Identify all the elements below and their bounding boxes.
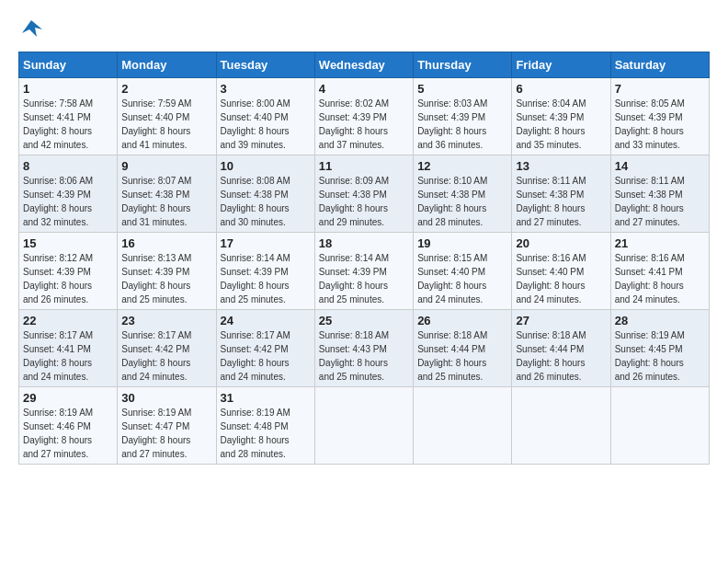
svg-marker-0	[22, 20, 42, 37]
day-info: Sunrise: 8:08 AM Sunset: 4:38 PM Dayligh…	[221, 174, 311, 229]
day-number: 30	[121, 391, 211, 405]
week-row-3: 15Sunrise: 8:12 AM Sunset: 4:39 PM Dayli…	[19, 233, 710, 310]
day-info: Sunrise: 8:17 AM Sunset: 4:42 PM Dayligh…	[121, 328, 211, 384]
header	[18, 17, 710, 42]
day-info: Sunrise: 8:12 AM Sunset: 4:39 PM Dayligh…	[23, 251, 113, 306]
day-cell: 19Sunrise: 8:15 AM Sunset: 4:40 PM Dayli…	[414, 233, 512, 310]
day-number: 10	[221, 159, 311, 173]
day-cell: 27Sunrise: 8:18 AM Sunset: 4:44 PM Dayli…	[512, 310, 610, 387]
header-cell-saturday: Saturday	[610, 52, 709, 78]
day-info: Sunrise: 8:17 AM Sunset: 4:42 PM Dayligh…	[221, 328, 311, 384]
day-cell: 6Sunrise: 8:04 AM Sunset: 4:39 PM Daylig…	[512, 78, 610, 155]
day-info: Sunrise: 8:00 AM Sunset: 4:40 PM Dayligh…	[221, 97, 311, 152]
day-info: Sunrise: 8:19 AM Sunset: 4:45 PM Dayligh…	[615, 328, 705, 384]
header-cell-tuesday: Tuesday	[216, 52, 314, 78]
header-cell-thursday: Thursday	[414, 52, 512, 78]
day-cell: 12Sunrise: 8:10 AM Sunset: 4:38 PM Dayli…	[414, 155, 512, 233]
day-info: Sunrise: 8:10 AM Sunset: 4:38 PM Dayligh…	[417, 174, 507, 229]
day-cell: 11Sunrise: 8:09 AM Sunset: 4:38 PM Dayli…	[314, 155, 413, 233]
day-cell: 14Sunrise: 8:11 AM Sunset: 4:38 PM Dayli…	[610, 155, 709, 233]
day-cell: 26Sunrise: 8:18 AM Sunset: 4:44 PM Dayli…	[414, 310, 512, 387]
day-cell: 28Sunrise: 8:19 AM Sunset: 4:45 PM Dayli…	[610, 310, 709, 387]
day-info: Sunrise: 8:13 AM Sunset: 4:39 PM Dayligh…	[121, 251, 211, 306]
day-number: 6	[516, 82, 606, 96]
day-info: Sunrise: 8:09 AM Sunset: 4:38 PM Dayligh…	[319, 174, 409, 229]
day-cell	[512, 387, 610, 465]
day-info: Sunrise: 8:04 AM Sunset: 4:39 PM Dayligh…	[516, 97, 606, 152]
day-number: 28	[615, 314, 705, 327]
day-cell: 18Sunrise: 8:14 AM Sunset: 4:39 PM Dayli…	[314, 233, 413, 310]
day-number: 22	[23, 314, 113, 327]
day-number: 16	[121, 236, 211, 250]
day-cell: 31Sunrise: 8:19 AM Sunset: 4:48 PM Dayli…	[216, 387, 314, 465]
day-info: Sunrise: 8:14 AM Sunset: 4:39 PM Dayligh…	[319, 251, 409, 306]
day-cell: 30Sunrise: 8:19 AM Sunset: 4:47 PM Dayli…	[118, 387, 216, 465]
day-info: Sunrise: 7:59 AM Sunset: 4:40 PM Dayligh…	[121, 97, 211, 152]
day-cell	[314, 387, 413, 465]
day-info: Sunrise: 8:11 AM Sunset: 4:38 PM Dayligh…	[516, 174, 606, 229]
day-number: 7	[615, 82, 705, 96]
day-info: Sunrise: 8:05 AM Sunset: 4:39 PM Dayligh…	[615, 97, 705, 152]
week-row-5: 29Sunrise: 8:19 AM Sunset: 4:46 PM Dayli…	[19, 387, 710, 465]
day-info: Sunrise: 8:18 AM Sunset: 4:43 PM Dayligh…	[319, 328, 409, 384]
day-number: 27	[516, 314, 606, 327]
day-cell: 2Sunrise: 7:59 AM Sunset: 4:40 PM Daylig…	[118, 78, 216, 155]
day-cell: 17Sunrise: 8:14 AM Sunset: 4:39 PM Dayli…	[216, 233, 314, 310]
day-cell: 21Sunrise: 8:16 AM Sunset: 4:41 PM Dayli…	[610, 233, 709, 310]
day-cell: 13Sunrise: 8:11 AM Sunset: 4:38 PM Dayli…	[512, 155, 610, 233]
day-info: Sunrise: 8:02 AM Sunset: 4:39 PM Dayligh…	[319, 97, 409, 152]
day-cell: 25Sunrise: 8:18 AM Sunset: 4:43 PM Dayli…	[314, 310, 413, 387]
day-number: 29	[23, 391, 113, 405]
day-info: Sunrise: 8:17 AM Sunset: 4:41 PM Dayligh…	[23, 328, 113, 384]
day-number: 24	[221, 314, 311, 327]
day-cell: 1Sunrise: 7:58 AM Sunset: 4:41 PM Daylig…	[19, 78, 118, 155]
day-number: 3	[221, 82, 311, 96]
week-row-2: 8Sunrise: 8:06 AM Sunset: 4:39 PM Daylig…	[19, 155, 710, 233]
day-cell: 15Sunrise: 8:12 AM Sunset: 4:39 PM Dayli…	[19, 233, 118, 310]
day-number: 19	[417, 236, 507, 250]
day-info: Sunrise: 7:58 AM Sunset: 4:41 PM Dayligh…	[23, 97, 113, 152]
day-number: 9	[121, 159, 211, 173]
day-info: Sunrise: 8:15 AM Sunset: 4:40 PM Dayligh…	[417, 251, 507, 306]
day-info: Sunrise: 8:18 AM Sunset: 4:44 PM Dayligh…	[516, 328, 606, 384]
header-cell-friday: Friday	[512, 52, 610, 78]
day-cell: 8Sunrise: 8:06 AM Sunset: 4:39 PM Daylig…	[19, 155, 118, 233]
day-number: 8	[23, 159, 113, 173]
day-info: Sunrise: 8:16 AM Sunset: 4:41 PM Dayligh…	[615, 251, 705, 306]
day-number: 13	[516, 159, 606, 173]
day-info: Sunrise: 8:11 AM Sunset: 4:38 PM Dayligh…	[615, 174, 705, 229]
day-number: 26	[417, 314, 507, 327]
day-number: 1	[23, 82, 113, 96]
day-cell: 3Sunrise: 8:00 AM Sunset: 4:40 PM Daylig…	[216, 78, 314, 155]
day-number: 20	[516, 236, 606, 250]
logo	[18, 17, 48, 42]
day-number: 4	[319, 82, 409, 96]
day-info: Sunrise: 8:06 AM Sunset: 4:39 PM Dayligh…	[23, 174, 113, 229]
day-cell: 5Sunrise: 8:03 AM Sunset: 4:39 PM Daylig…	[414, 78, 512, 155]
day-info: Sunrise: 8:19 AM Sunset: 4:47 PM Dayligh…	[121, 406, 211, 461]
day-info: Sunrise: 8:19 AM Sunset: 4:46 PM Dayligh…	[23, 406, 113, 461]
day-number: 2	[121, 82, 211, 96]
day-cell: 29Sunrise: 8:19 AM Sunset: 4:46 PM Dayli…	[19, 387, 118, 465]
day-cell: 22Sunrise: 8:17 AM Sunset: 4:41 PM Dayli…	[19, 310, 118, 387]
day-number: 17	[221, 236, 311, 250]
week-row-1: 1Sunrise: 7:58 AM Sunset: 4:41 PM Daylig…	[19, 78, 710, 155]
day-cell: 20Sunrise: 8:16 AM Sunset: 4:40 PM Dayli…	[512, 233, 610, 310]
header-row: SundayMondayTuesdayWednesdayThursdayFrid…	[19, 52, 710, 78]
day-info: Sunrise: 8:07 AM Sunset: 4:38 PM Dayligh…	[121, 174, 211, 229]
calendar-table: SundayMondayTuesdayWednesdayThursdayFrid…	[18, 52, 710, 465]
day-number: 18	[319, 236, 409, 250]
day-info: Sunrise: 8:14 AM Sunset: 4:39 PM Dayligh…	[221, 251, 311, 306]
day-number: 25	[319, 314, 409, 327]
day-cell	[414, 387, 512, 465]
day-info: Sunrise: 8:16 AM Sunset: 4:40 PM Dayligh…	[516, 251, 606, 306]
day-number: 31	[221, 391, 311, 405]
header-cell-wednesday: Wednesday	[314, 52, 413, 78]
logo-bird-icon	[18, 17, 44, 42]
day-cell: 16Sunrise: 8:13 AM Sunset: 4:39 PM Dayli…	[118, 233, 216, 310]
day-info: Sunrise: 8:18 AM Sunset: 4:44 PM Dayligh…	[417, 328, 507, 384]
header-cell-sunday: Sunday	[19, 52, 118, 78]
day-cell: 9Sunrise: 8:07 AM Sunset: 4:38 PM Daylig…	[118, 155, 216, 233]
day-cell: 10Sunrise: 8:08 AM Sunset: 4:38 PM Dayli…	[216, 155, 314, 233]
day-cell: 7Sunrise: 8:05 AM Sunset: 4:39 PM Daylig…	[610, 78, 709, 155]
